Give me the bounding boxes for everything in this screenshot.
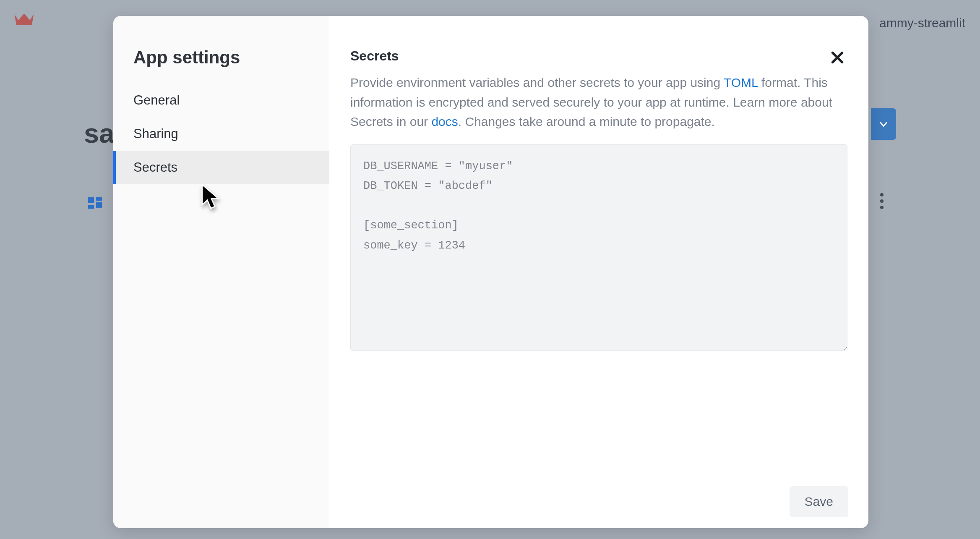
sidebar-item-label: General (133, 93, 180, 107)
sidebar-item-secrets[interactable]: Secrets (113, 151, 329, 184)
secrets-textarea[interactable] (350, 144, 847, 351)
crown-logo-icon (13, 10, 36, 29)
section-heading: Secrets (350, 48, 847, 64)
modal-main: Secrets Provide environment variables an… (329, 16, 868, 528)
sidebar-item-sharing[interactable]: Sharing (113, 117, 329, 151)
sidebar-item-label: Sharing (133, 126, 178, 141)
kebab-menu-icon[interactable] (880, 193, 884, 209)
save-button[interactable]: Save (790, 486, 848, 517)
docs-link[interactable]: docs (431, 115, 458, 128)
close-button[interactable] (827, 47, 847, 68)
header-username: ammy-streamlit (879, 16, 965, 30)
desc-text: . Changes take around a minute to propag… (458, 115, 715, 128)
modal-content: Secrets Provide environment variables an… (329, 16, 868, 475)
settings-sidebar: App settings General Sharing Secrets (113, 16, 329, 528)
primary-action-dropdown[interactable] (871, 108, 896, 140)
section-description: Provide environment variables and other … (350, 73, 837, 132)
sidebar-item-label: Secrets (133, 160, 177, 175)
desc-text: Provide environment variables and other … (350, 76, 724, 89)
toml-link[interactable]: TOML (724, 76, 758, 89)
app-settings-modal: App settings General Sharing Secrets Sec… (113, 16, 868, 528)
page-title-fragment: sa (84, 118, 114, 149)
close-icon (830, 50, 844, 65)
modal-footer: Save (329, 475, 868, 528)
modal-title: App settings (113, 47, 329, 84)
sidebar-item-general[interactable]: General (113, 84, 329, 117)
dashboard-icon (88, 197, 103, 212)
